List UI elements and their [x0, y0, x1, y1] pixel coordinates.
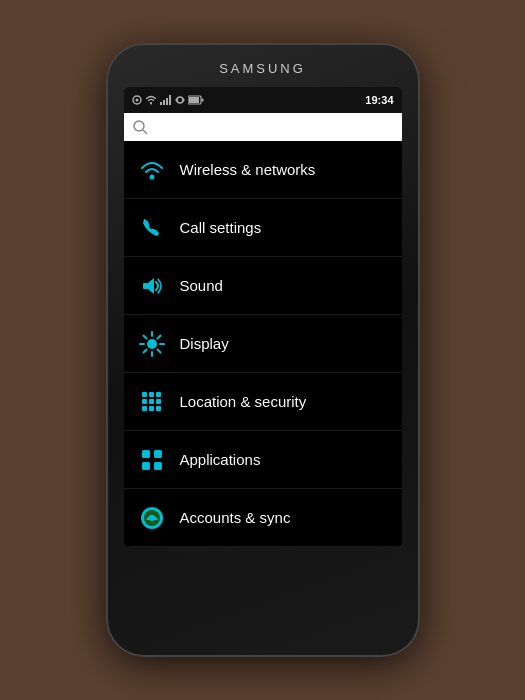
applications-icon: [136, 444, 168, 476]
phone-top: SAMSUNG: [108, 45, 418, 83]
svg-rect-32: [142, 406, 147, 411]
svg-point-2: [150, 103, 152, 105]
call-icon: [136, 212, 168, 244]
display-icon: [136, 328, 168, 360]
settings-item-call[interactable]: Call settings: [124, 199, 402, 257]
settings-item-wireless[interactable]: Wireless & networks: [124, 141, 402, 199]
accounts-label: Accounts & sync: [180, 509, 291, 526]
settings-item-applications[interactable]: Applications: [124, 431, 402, 489]
svg-rect-15: [143, 283, 148, 289]
svg-point-17: [147, 339, 157, 349]
svg-point-14: [149, 174, 154, 179]
svg-rect-31: [156, 399, 161, 404]
status-time: 19:34: [365, 94, 393, 106]
call-label: Call settings: [180, 219, 262, 236]
wireless-label: Wireless & networks: [180, 161, 316, 178]
svg-point-12: [134, 121, 144, 131]
search-bar[interactable]: [124, 113, 402, 141]
location-label: Location & security: [180, 393, 307, 410]
sound-label: Sound: [180, 277, 223, 294]
phone-bottom: [108, 547, 418, 607]
svg-rect-29: [142, 399, 147, 404]
svg-rect-37: [142, 462, 150, 470]
svg-rect-3: [160, 102, 162, 105]
svg-rect-36: [154, 450, 162, 458]
settings-item-display[interactable]: Display: [124, 315, 402, 373]
svg-marker-16: [148, 278, 154, 294]
settings-item-location[interactable]: Location & security: [124, 373, 402, 431]
settings-item-accounts[interactable]: Accounts & sync: [124, 489, 402, 547]
svg-rect-11: [189, 97, 199, 103]
svg-rect-34: [156, 406, 161, 411]
search-bar-icon: [132, 119, 148, 135]
phone-screen: 19:34 Wireless & networks: [124, 87, 402, 547]
svg-line-22: [143, 335, 146, 338]
svg-rect-26: [142, 392, 147, 397]
wifi-status-icon: [145, 95, 157, 105]
svg-marker-7: [183, 98, 185, 102]
status-bar: 19:34: [124, 87, 402, 113]
status-icons-left: [132, 95, 204, 105]
brand-logo: SAMSUNG: [219, 61, 306, 76]
svg-rect-5: [166, 98, 168, 105]
location-icon: [136, 386, 168, 418]
svg-rect-33: [149, 406, 154, 411]
svg-line-25: [143, 349, 146, 352]
accounts-icon: [136, 502, 168, 534]
svg-rect-30: [149, 399, 154, 404]
svg-line-23: [157, 349, 160, 352]
battery-icon: [188, 95, 204, 105]
svg-rect-6: [169, 95, 171, 105]
signal-icon: [160, 95, 172, 105]
svg-rect-4: [163, 100, 165, 105]
svg-line-13: [143, 130, 147, 134]
svg-marker-8: [175, 98, 177, 102]
settings-item-sound[interactable]: Sound: [124, 257, 402, 315]
phone-device: SAMSUNG: [108, 45, 418, 655]
gps-icon: [132, 95, 142, 105]
applications-label: Applications: [180, 451, 261, 468]
settings-list: Wireless & networks Call settings: [124, 141, 402, 547]
sound-icon: [136, 270, 168, 302]
svg-rect-38: [154, 462, 162, 470]
svg-line-24: [157, 335, 160, 338]
svg-rect-10: [201, 99, 203, 102]
sync-icon: [175, 95, 185, 105]
wireless-icon: [136, 154, 168, 186]
display-label: Display: [180, 335, 229, 352]
svg-rect-28: [156, 392, 161, 397]
svg-rect-35: [142, 450, 150, 458]
svg-rect-27: [149, 392, 154, 397]
svg-point-1: [135, 99, 138, 102]
svg-point-41: [149, 515, 155, 521]
